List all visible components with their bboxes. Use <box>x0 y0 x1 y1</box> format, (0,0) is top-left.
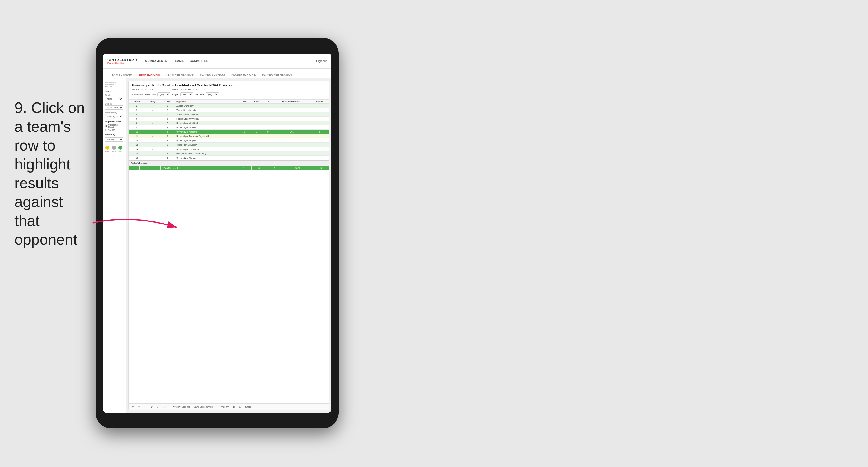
table-row[interactable]: 12-3University of Virginia <box>129 138 329 143</box>
sign-out[interactable]: | Sign out <box>315 59 327 62</box>
data-table-wrapper[interactable]: # Rank # Reg # Conf Opponent Win Loss Ti… <box>128 99 329 403</box>
table-row[interactable]: 15-4Georgia Institute of Technology <box>129 151 329 156</box>
step-number: 9. <box>14 99 27 116</box>
school-select[interactable]: University of Nort... <box>105 114 123 118</box>
left-panel: Last Updated: 27/03/2024 16:55:38 Team G… <box>103 79 126 413</box>
col-diff: Diff Av Strokes/Rnd <box>273 99 311 104</box>
logo-area: SCOREBOARD Powered by clippi <box>107 58 137 64</box>
ood-diff: 26.00 <box>282 166 313 170</box>
opponent-view-title: Opponent View <box>105 120 123 123</box>
sub-nav: TEAM SUMMARY TEAM H2H GRID TEAM H2H HEAT… <box>103 68 332 79</box>
team-section-title: Team <box>105 90 123 93</box>
ood-label: NCAA Division II <box>161 166 237 170</box>
back-btn[interactable]: ← <box>143 405 148 409</box>
tab-team-h2h-heatmap[interactable]: TEAM H2H HEATMAP <box>163 71 197 79</box>
col-tie: Tie <box>263 99 273 104</box>
tab-team-summary[interactable]: TEAM SUMMARY <box>107 71 136 79</box>
region-label: Region <box>172 93 179 95</box>
out-of-division-table: NCAA Division II 1 0 0 26.00 3 <box>128 166 329 170</box>
data-panel: University of North Carolina Head-to-Hea… <box>128 81 329 410</box>
tablet-screen: SCOREBOARD Powered by clippi TOURNAMENTS… <box>103 54 332 413</box>
monitor-btn[interactable]: 🖥 <box>231 405 236 409</box>
radio-dot-played <box>105 125 107 127</box>
division-label: Division <box>105 103 123 105</box>
last-updated: Last Updated: 27/03/2024 16:55:38 <box>105 81 123 88</box>
ood-rounds: 3 <box>313 166 329 170</box>
grid-btn[interactable]: ⊞ <box>238 405 242 409</box>
table-row[interactable]: 4-1Arizona State University <box>129 112 329 117</box>
col-opponent: Opponent <box>175 99 239 104</box>
out-of-division-header: Out of division <box>128 160 329 166</box>
colour-by-title: Colour by <box>105 134 123 136</box>
copy-btn[interactable]: ⊡ <box>155 405 160 409</box>
opponent-option-top100[interactable]: Top 100 <box>105 129 123 131</box>
region-select[interactable]: (All) <box>180 92 193 96</box>
toolbar-sep-2 <box>217 405 217 409</box>
tab-player-summary[interactable]: PLAYER SUMMARY <box>197 71 229 79</box>
data-title: University of North Carolina Head-to-Hea… <box>132 83 325 87</box>
table-row[interactable]: 14-2University of Oklahoma <box>129 147 329 151</box>
table-row[interactable]: 9-3University of Arizona <box>129 125 329 130</box>
ood-reg <box>139 166 150 170</box>
table-row[interactable]: 6-2Florida State University <box>129 117 329 121</box>
save-custom-btn[interactable]: Save Custom View <box>192 405 214 409</box>
step-text: Click on a team's row to highlight resul… <box>14 99 85 248</box>
tab-player-h2h-heatmap[interactable]: PLAYER H2H HEATMAP <box>259 71 296 79</box>
top-nav: SCOREBOARD Powered by clippi TOURNAMENTS… <box>103 54 332 68</box>
logo-powered: Powered by clippi <box>107 62 137 64</box>
ood-loss: 0 <box>251 166 267 170</box>
col-reg: # Reg <box>145 99 159 104</box>
tablet-device: SCOREBOARD Powered by clippi TOURNAMENTS… <box>95 38 339 429</box>
conference-select[interactable]: (All) <box>157 92 170 96</box>
legend-circle-level <box>112 146 116 150</box>
nav-links: TOURNAMENTS TEAMS COMMITTEE <box>143 58 315 64</box>
toolbar: ↩ ↪ ← ⚙ ⊡ 🕐 👁 View: Original Save Custom… <box>128 403 329 410</box>
scene: 9. Click on a team's row to highlight re… <box>0 0 868 467</box>
table-row[interactable]: 11-6University of Arkansas, Fayetteville <box>129 134 329 138</box>
table-row[interactable]: 3-2Vanderbilt University <box>129 108 329 112</box>
opponent-select[interactable]: (All) <box>206 92 219 96</box>
gender-select[interactable]: Men's <box>105 97 123 101</box>
col-rank: # Rank <box>129 99 145 104</box>
main-content: Last Updated: 27/03/2024 16:55:38 Team G… <box>103 79 332 413</box>
data-header: University of North Carolina Head-to-Hea… <box>128 81 329 99</box>
share-btn[interactable]: Share <box>244 405 252 409</box>
undo-btn[interactable]: ↩ <box>131 405 135 409</box>
legend-up: Up <box>118 146 122 152</box>
nav-teams[interactable]: TEAMS <box>173 58 184 64</box>
redo-btn[interactable]: ↪ <box>137 405 141 409</box>
conference-label: Conference <box>145 93 156 95</box>
ood-win: 1 <box>236 166 251 170</box>
opponent-option-played[interactable]: Opponents Played <box>105 124 123 128</box>
settings-btn[interactable]: ⚙ <box>149 405 154 409</box>
opponents-label: Opponents: <box>132 93 143 95</box>
logo-scoreboard: SCOREBOARD <box>107 58 137 62</box>
legend-circle-up <box>118 146 122 150</box>
table-row[interactable]: 2-1Auburn University <box>129 104 329 108</box>
region-filter: Region (All) <box>172 92 193 96</box>
col-conf: # Conf <box>159 99 175 104</box>
ood-rank <box>129 166 140 170</box>
colour-by-select[interactable]: Win/loss <box>105 137 123 142</box>
out-of-division-row[interactable]: NCAA Division II 1 0 0 26.00 3 <box>129 166 329 170</box>
watch-btn[interactable]: Watch ▾ <box>219 405 230 409</box>
table-row[interactable]: 16-3University of Florida <box>129 156 329 160</box>
opponent-filter: Opponent (All) <box>195 92 219 96</box>
table-row[interactable]: 10-5University of Alabama3002.618 <box>129 130 329 134</box>
nav-tournaments[interactable]: TOURNAMENTS <box>143 58 167 64</box>
overall-record: Overall Record: 89 - 17 - 0 <box>132 88 159 91</box>
table-row[interactable]: 13-1Texas Tech University <box>129 143 329 147</box>
tab-team-h2h-grid[interactable]: TEAM H2H GRID <box>136 71 163 79</box>
tab-player-h2h-grid[interactable]: PLAYER H2H GRID <box>228 71 259 79</box>
col-win: Win <box>239 99 250 104</box>
nav-committee[interactable]: COMMITTEE <box>190 58 209 64</box>
division-select[interactable]: NCAA Division I <box>105 106 123 110</box>
view-original-btn[interactable]: 👁 View: Original <box>172 405 191 409</box>
conference-filter: Conference (All) <box>145 92 170 96</box>
table-row[interactable]: 8-2University of Washington <box>129 121 329 125</box>
clock-btn[interactable]: 🕐 <box>161 405 167 409</box>
data-records: Overall Record: 89 - 17 - 0 Division Rec… <box>132 88 325 91</box>
division-record: Division Record: 88 - 17 - 0 <box>171 88 199 91</box>
radio-dot-top100 <box>105 129 107 131</box>
ood-tie: 0 <box>267 166 282 170</box>
